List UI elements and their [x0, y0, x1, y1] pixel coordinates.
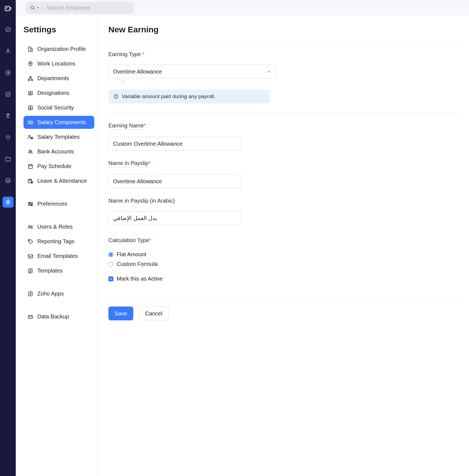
settings-item-label: Social Security	[37, 104, 74, 111]
nav-dashboard-icon[interactable]	[2, 24, 14, 35]
calendar-clock-icon	[27, 178, 33, 184]
svg-point-26	[29, 150, 31, 151]
settings-item-social-security[interactable]: Social Security	[24, 101, 94, 114]
nav-settings-icon[interactable]	[2, 197, 14, 208]
payslip-name-input[interactable]	[108, 174, 241, 188]
settings-panel: Settings Organization Profile Work Locat…	[16, 15, 97, 476]
settings-item-data-backup[interactable]: Data Backup	[24, 310, 94, 323]
left-navigation	[0, 0, 16, 476]
earning-type-select[interactable]: Overtime Allowance	[108, 65, 276, 79]
settings-item-zoho-apps[interactable]: Zoho Apps	[24, 287, 94, 300]
payslip-arabic-input[interactable]	[108, 211, 241, 225]
field-name-in-payslip-arabic: Name in Payslip (in Arabic)	[108, 198, 459, 225]
shield-person-icon	[27, 105, 33, 111]
cancel-button[interactable]: Cancel	[139, 307, 169, 320]
search-icon	[30, 5, 35, 10]
settings-item-organization-profile[interactable]: Organization Profile	[24, 43, 94, 56]
settings-item-preferences[interactable]: Preferences	[24, 197, 94, 210]
info-arrow	[120, 80, 126, 82]
radio-flat-amount[interactable]: Flat Amount	[108, 251, 459, 258]
radio-label: Custom Formula	[117, 261, 158, 267]
svg-rect-38	[28, 255, 33, 258]
form-area: New Earning Earning Type * Overtime Allo…	[97, 15, 469, 476]
svg-line-10	[33, 8, 34, 9]
nav-payrun-icon[interactable]	[2, 67, 14, 78]
earning-type-value: Overtime Allowance	[113, 69, 162, 75]
info-banner: Variable amount paid during any payroll.	[108, 90, 270, 103]
svg-point-37	[29, 240, 30, 241]
settings-item-leave-attendance[interactable]: Leave & Attendance	[24, 174, 94, 187]
money-icon	[27, 119, 33, 125]
required-mark: *	[148, 160, 151, 166]
svg-rect-24	[30, 137, 33, 139]
nav-approvals-icon[interactable]	[2, 89, 14, 100]
radio-custom-formula[interactable]: Custom Formula	[108, 261, 459, 267]
svg-point-36	[31, 226, 32, 227]
settings-item-templates[interactable]: Templates	[24, 264, 94, 277]
topbar	[16, 0, 469, 15]
svg-point-32	[29, 202, 30, 203]
nav-loans-icon[interactable]	[2, 110, 14, 121]
settings-item-label: Work Locations	[37, 61, 75, 67]
svg-rect-21	[28, 121, 33, 124]
svg-rect-15	[28, 79, 30, 81]
settings-item-departments[interactable]: Departments	[24, 72, 94, 85]
svg-point-27	[31, 151, 32, 152]
checkbox-label: Mark this as Active	[117, 276, 163, 282]
svg-point-34	[31, 204, 32, 205]
form-actions: Save Cancel	[108, 307, 459, 320]
settings-item-label: Templates	[37, 268, 62, 274]
id-card-icon	[27, 90, 33, 96]
search-filter-toggle[interactable]	[30, 5, 43, 10]
svg-point-8	[7, 201, 9, 203]
settings-item-salary-components[interactable]: Salary Components	[24, 116, 94, 129]
calendar-icon	[27, 163, 33, 169]
settings-item-designations[interactable]: Designations	[24, 87, 94, 100]
earning-name-label: Earning Name	[108, 122, 144, 130]
people-money-icon	[27, 134, 33, 140]
settings-menu: Organization Profile Work Locations Depa…	[24, 43, 94, 323]
checkbox-icon	[108, 276, 113, 281]
svg-rect-11	[28, 47, 31, 51]
settings-item-salary-templates[interactable]: Salary Templates	[24, 130, 94, 143]
svg-rect-41	[28, 315, 33, 318]
nav-employee-icon[interactable]	[2, 46, 14, 57]
svg-point-13	[30, 62, 31, 64]
bank-icon	[27, 149, 33, 155]
chevron-down-icon	[267, 69, 271, 74]
settings-item-email-templates[interactable]: Email Templates	[24, 250, 94, 263]
settings-item-pay-schedule[interactable]: Pay Schedule	[24, 160, 94, 173]
settings-item-label: Designations	[37, 90, 69, 96]
info-icon	[113, 94, 118, 99]
settings-item-work-locations[interactable]: Work Locations	[24, 57, 94, 70]
payslip-name-label: Name in Payslip	[108, 160, 148, 167]
svg-rect-14	[30, 76, 31, 77]
settings-title: Settings	[24, 25, 94, 34]
nav-benefits-icon[interactable]	[2, 132, 14, 143]
radio-label: Flat Amount	[117, 251, 146, 258]
svg-point-4	[7, 49, 9, 51]
svg-rect-28	[28, 164, 33, 168]
chevron-down-icon	[36, 6, 39, 9]
settings-item-label: Pay Schedule	[37, 163, 71, 169]
settings-item-label: Preferences	[37, 201, 67, 207]
svg-point-25	[31, 137, 32, 138]
location-icon	[27, 61, 33, 67]
required-mark: *	[142, 51, 145, 57]
payslip-arabic-label: Name in Payslip (in Arabic)	[108, 198, 175, 204]
svg-point-22	[30, 122, 31, 123]
search-box[interactable]	[26, 2, 134, 14]
nav-reports-icon[interactable]	[2, 175, 14, 186]
checkbox-mark-active[interactable]: Mark this as Active	[108, 276, 459, 282]
svg-rect-6	[6, 92, 10, 96]
nav-documents-icon[interactable]	[2, 153, 14, 164]
settings-item-users-roles[interactable]: Users & Roles	[24, 220, 94, 233]
settings-item-reporting-tags[interactable]: Reporting Tags	[24, 235, 94, 248]
save-button[interactable]: Save	[108, 307, 133, 320]
settings-item-bank-accounts[interactable]: Bank Accounts	[24, 145, 94, 158]
earning-name-input[interactable]	[108, 137, 241, 151]
svg-point-20	[30, 107, 31, 108]
search-input[interactable]	[47, 5, 130, 11]
field-name-in-payslip: Name in Payslip*	[108, 160, 459, 188]
settings-item-label: Salary Templates	[37, 134, 80, 140]
